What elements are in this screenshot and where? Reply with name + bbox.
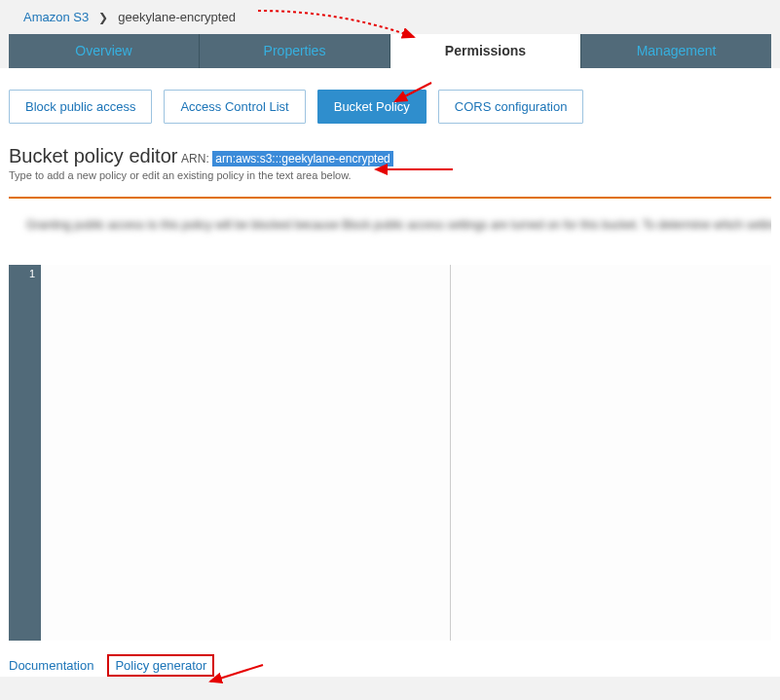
editor-title: Bucket policy editor [9, 145, 177, 166]
editor-code-area[interactable] [41, 265, 771, 641]
policy-editor[interactable]: 1 [9, 265, 771, 641]
breadcrumb: Amazon S3 ❯ geekylane-encrypted [0, 0, 780, 34]
cors-button[interactable]: CORS configuration [438, 90, 584, 124]
policy-generator-highlight: Policy generator [107, 654, 214, 677]
breadcrumb-root-link[interactable]: Amazon S3 [23, 10, 89, 24]
warning-banner: Granting public access to this policy wi… [9, 197, 771, 249]
editor-note: Type to add a new policy or edit an exis… [9, 169, 771, 181]
editor-gutter: 1 [9, 265, 41, 641]
warning-text: Granting public access to this policy wi… [9, 199, 771, 249]
tab-permissions[interactable]: Permissions [390, 34, 581, 68]
policy-generator-link[interactable]: Policy generator [115, 658, 206, 673]
footer-links: Documentation Policy generator [9, 641, 771, 677]
main-tabs: Overview Properties Permissions Manageme… [9, 34, 771, 68]
gutter-line-1: 1 [9, 268, 35, 279]
arn-value[interactable]: arn:aws:s3:::geekylane-encrypted [212, 151, 392, 166]
chevron-right-icon: ❯ [98, 11, 108, 24]
tab-overview[interactable]: Overview [9, 34, 200, 68]
editor-cursor [450, 265, 451, 641]
bucket-policy-button[interactable]: Bucket Policy [317, 90, 427, 124]
documentation-link[interactable]: Documentation [9, 658, 93, 673]
arn-label: ARN: [181, 152, 209, 166]
acl-button[interactable]: Access Control List [164, 90, 305, 124]
tab-management[interactable]: Management [581, 34, 771, 68]
permissions-subnav: Block public access Access Control List … [9, 68, 771, 143]
content-area: Block public access Access Control List … [0, 68, 780, 677]
tab-properties[interactable]: Properties [200, 34, 390, 68]
breadcrumb-current: geekylane-encrypted [118, 10, 236, 24]
editor-header: Bucket policy editor ARN: arn:aws:s3:::g… [9, 143, 771, 185]
block-public-access-button[interactable]: Block public access [9, 90, 152, 124]
